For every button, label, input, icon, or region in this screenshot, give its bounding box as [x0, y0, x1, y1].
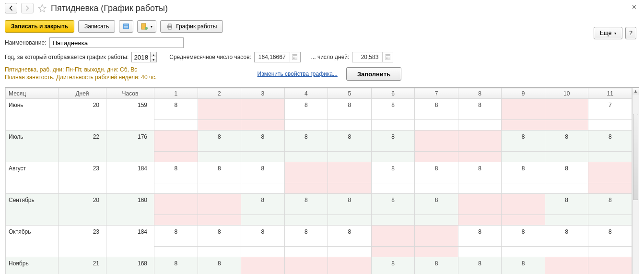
- year-down[interactable]: ▼: [151, 57, 156, 62]
- day-cell[interactable]: 8: [588, 226, 632, 247]
- day-cell[interactable]: [545, 257, 588, 274]
- col-d1[interactable]: 1: [154, 88, 198, 99]
- day-cell[interactable]: 8: [458, 162, 502, 183]
- year-up[interactable]: ▲: [151, 52, 156, 57]
- day-cell[interactable]: [241, 215, 285, 226]
- hours-cell[interactable]: 184: [106, 226, 154, 257]
- col-d4[interactable]: 4: [284, 88, 328, 99]
- day-cell[interactable]: [502, 152, 545, 162]
- day-cell[interactable]: 8: [241, 194, 285, 215]
- day-cell[interactable]: [415, 120, 458, 131]
- day-cell[interactable]: [545, 247, 588, 257]
- edit-properties-link[interactable]: Изменить свойства графика...: [258, 71, 338, 77]
- day-cell[interactable]: [371, 226, 415, 247]
- day-cell[interactable]: [328, 152, 372, 162]
- days-cell[interactable]: 21: [59, 257, 106, 274]
- favorite-star-icon[interactable]: [37, 3, 47, 13]
- day-cell[interactable]: 8: [198, 162, 241, 183]
- day-cell[interactable]: [371, 215, 415, 226]
- day-cell[interactable]: [458, 120, 502, 131]
- month-cell[interactable]: Август: [6, 162, 59, 194]
- day-cell[interactable]: [371, 152, 415, 162]
- col-days[interactable]: Дней: [59, 88, 106, 99]
- day-cell[interactable]: [284, 152, 328, 162]
- day-cell[interactable]: [328, 215, 372, 226]
- day-cell[interactable]: 8: [458, 99, 502, 120]
- table-row[interactable]: Ноябрь21168888888: [6, 257, 632, 274]
- day-cell[interactable]: 8: [502, 162, 545, 183]
- day-cell[interactable]: 8: [545, 194, 588, 215]
- day-cell[interactable]: 8: [284, 99, 328, 120]
- day-cell[interactable]: [415, 152, 458, 162]
- day-cell[interactable]: [198, 99, 241, 120]
- col-d5[interactable]: 5: [328, 88, 372, 99]
- save-close-button[interactable]: Записать и закрыть: [5, 20, 74, 33]
- col-month[interactable]: Месяц: [6, 88, 59, 99]
- month-cell[interactable]: Июль: [6, 131, 59, 162]
- day-cell[interactable]: [241, 99, 285, 120]
- day-cell[interactable]: 8: [371, 99, 415, 120]
- day-cell[interactable]: [588, 183, 632, 194]
- day-cell[interactable]: 8: [458, 226, 502, 247]
- day-cell[interactable]: [502, 99, 545, 120]
- days-cell[interactable]: 20: [59, 194, 106, 226]
- day-cell[interactable]: [241, 247, 285, 257]
- hours-cell[interactable]: 176: [106, 131, 154, 162]
- col-d8[interactable]: 8: [458, 88, 502, 99]
- day-cell[interactable]: 8: [241, 226, 285, 247]
- day-cell[interactable]: 8: [284, 131, 328, 152]
- day-cell[interactable]: 8: [154, 162, 198, 183]
- day-cell[interactable]: 8: [415, 194, 458, 215]
- day-cell[interactable]: [241, 120, 285, 131]
- day-cell[interactable]: 8: [154, 99, 198, 120]
- day-cell[interactable]: 8: [371, 162, 415, 183]
- schedule-table[interactable]: Месяц Дней Часов 1 2 3 4 5 6 7 8 9 10 11…: [5, 88, 632, 274]
- day-cell[interactable]: [284, 120, 328, 131]
- day-cell[interactable]: 8: [415, 99, 458, 120]
- day-cell[interactable]: [502, 183, 545, 194]
- more-button[interactable]: Еще ▾: [594, 27, 622, 39]
- day-cell[interactable]: 8: [371, 257, 415, 274]
- col-hours[interactable]: Часов: [106, 88, 154, 99]
- day-cell[interactable]: 8: [198, 131, 241, 152]
- day-cell[interactable]: [328, 120, 372, 131]
- day-cell[interactable]: [328, 183, 372, 194]
- calculator-icon[interactable]: [382, 52, 393, 62]
- day-cell[interactable]: [458, 194, 502, 215]
- col-d9[interactable]: 9: [502, 88, 545, 99]
- day-cell[interactable]: [502, 194, 545, 215]
- day-cell[interactable]: [284, 247, 328, 257]
- month-cell[interactable]: Ноябрь: [6, 257, 59, 274]
- day-cell[interactable]: [588, 152, 632, 162]
- day-cell[interactable]: [154, 247, 198, 257]
- day-cell[interactable]: [154, 194, 198, 215]
- day-cell[interactable]: [284, 215, 328, 226]
- day-cell[interactable]: 7: [588, 99, 632, 120]
- table-row[interactable]: Август2318488888888: [6, 162, 632, 183]
- day-cell[interactable]: 8: [415, 257, 458, 274]
- col-d6[interactable]: 6: [371, 88, 415, 99]
- day-cell[interactable]: [284, 162, 328, 183]
- day-cell[interactable]: [198, 152, 241, 162]
- avg-hours-field[interactable]: 164,16667: [254, 52, 301, 62]
- close-icon[interactable]: ×: [632, 3, 636, 12]
- day-cell[interactable]: 8: [328, 131, 372, 152]
- day-cell[interactable]: [328, 257, 372, 274]
- day-cell[interactable]: [588, 120, 632, 131]
- vertical-scrollbar[interactable]: ▲ ▼: [632, 88, 639, 274]
- day-cell[interactable]: [458, 215, 502, 226]
- day-cell[interactable]: [198, 183, 241, 194]
- day-cell[interactable]: 8: [241, 131, 285, 152]
- table-row[interactable]: Июнь201598888887: [6, 99, 632, 120]
- days-cell[interactable]: 20: [59, 99, 106, 131]
- day-cell[interactable]: [415, 226, 458, 247]
- col-d3[interactable]: 3: [241, 88, 285, 99]
- col-d7[interactable]: 7: [415, 88, 458, 99]
- day-cell[interactable]: [458, 152, 502, 162]
- day-cell[interactable]: [198, 120, 241, 131]
- table-row[interactable]: Июль2217688888888: [6, 131, 632, 152]
- avg-days-field[interactable]: 20,583: [352, 52, 393, 62]
- fill-button[interactable]: Заполнить: [346, 67, 401, 81]
- day-cell[interactable]: 8: [154, 226, 198, 247]
- day-cell[interactable]: [588, 162, 632, 183]
